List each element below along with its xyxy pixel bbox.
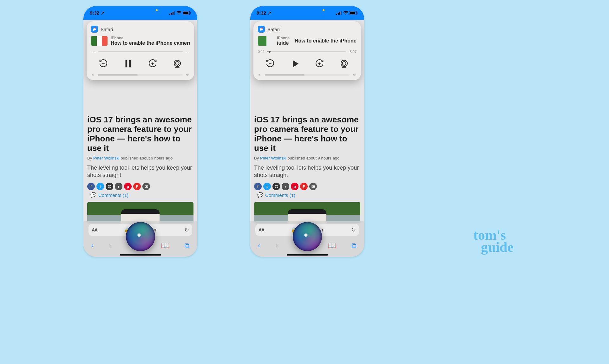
phone-screenshot-left: 9:32 ↗ iOS 17 brings an awesome pro came… bbox=[83, 6, 197, 257]
speed-up-button[interactable] bbox=[147, 58, 158, 69]
share-row: f t ✆ r p F ✉ bbox=[87, 183, 193, 190]
now-playing-artwork bbox=[258, 36, 274, 46]
nav-forward-button[interactable]: › bbox=[276, 242, 278, 250]
home-indicator[interactable] bbox=[120, 254, 161, 256]
volume-slider[interactable] bbox=[258, 73, 357, 77]
svg-rect-0 bbox=[169, 14, 170, 15]
volume-high-icon bbox=[352, 73, 357, 77]
airplay-button[interactable] bbox=[338, 58, 350, 69]
share-whatsapp-icon[interactable]: ✆ bbox=[106, 183, 113, 190]
svg-rect-16 bbox=[339, 12, 340, 15]
article-lede: The leveling tool lets helps you keep yo… bbox=[87, 164, 193, 179]
svg-rect-15 bbox=[338, 13, 339, 15]
status-bar: 9:32 ↗ bbox=[83, 6, 197, 20]
reload-button[interactable]: ↻ bbox=[184, 226, 189, 233]
volume-fill-left bbox=[98, 75, 138, 75]
share-flipboard-icon[interactable]: F bbox=[133, 183, 141, 190]
reader-aa-button[interactable]: AA bbox=[259, 227, 264, 232]
share-email-icon[interactable]: ✉ bbox=[309, 183, 317, 190]
nav-forward-button[interactable]: › bbox=[109, 242, 111, 250]
scrub-current: 0:11 bbox=[258, 50, 265, 54]
scrub-current: -:-- bbox=[91, 50, 95, 54]
svg-rect-9 bbox=[129, 60, 131, 68]
share-twitter-icon[interactable]: t bbox=[263, 183, 271, 190]
share-facebook-icon[interactable]: f bbox=[254, 183, 262, 190]
now-playing-brand: iuide bbox=[277, 40, 290, 46]
share-flipboard-icon[interactable]: F bbox=[300, 183, 308, 190]
svg-point-25 bbox=[343, 62, 346, 65]
speed-up-button[interactable] bbox=[314, 58, 325, 69]
volume-high-icon bbox=[185, 73, 190, 77]
status-bar: 9:32 ↗ bbox=[250, 6, 364, 20]
play-button[interactable] bbox=[289, 58, 301, 69]
scrubber[interactable]: 0:11 -5:07 bbox=[258, 50, 357, 54]
tabs-button[interactable]: ⧉ bbox=[185, 242, 190, 250]
now-playing-app: Safari bbox=[101, 27, 113, 32]
author-link[interactable]: Peter Wolinski bbox=[260, 156, 286, 160]
article-byline: By Peter Wolinski published about 9 hour… bbox=[87, 156, 193, 160]
status-icons bbox=[169, 11, 191, 15]
svg-rect-5 bbox=[183, 12, 188, 14]
scrub-remaining: -5:07 bbox=[349, 50, 357, 54]
status-icons bbox=[336, 11, 358, 15]
share-pinterest-icon[interactable]: p bbox=[291, 183, 298, 190]
svg-rect-6 bbox=[190, 12, 191, 14]
volume-slider[interactable] bbox=[91, 73, 190, 77]
nav-back-button[interactable]: ‹ bbox=[91, 242, 93, 250]
reload-button[interactable]: ↻ bbox=[351, 226, 356, 233]
svg-rect-3 bbox=[174, 11, 175, 15]
cellular-icon bbox=[336, 11, 342, 15]
bookmarks-button[interactable]: 📖 bbox=[161, 242, 169, 250]
article-hero-image bbox=[254, 202, 360, 223]
svg-rect-2 bbox=[173, 12, 174, 15]
nav-back-button[interactable]: ‹ bbox=[258, 242, 260, 250]
siri-orb-icon[interactable] bbox=[126, 222, 155, 251]
svg-rect-17 bbox=[341, 11, 342, 15]
comments-link[interactable]: 💬 Comments (1) bbox=[90, 192, 128, 198]
svg-rect-14 bbox=[336, 14, 337, 15]
share-whatsapp-icon[interactable]: ✆ bbox=[272, 183, 280, 190]
speed-down-button[interactable] bbox=[98, 58, 109, 69]
siri-orb-icon[interactable] bbox=[293, 222, 322, 251]
bookmarks-button[interactable]: 📖 bbox=[328, 242, 336, 250]
battery-icon bbox=[350, 11, 358, 15]
mic-indicator-icon bbox=[323, 9, 324, 11]
svg-point-13 bbox=[176, 62, 179, 65]
battery-icon bbox=[183, 11, 191, 15]
pause-button[interactable] bbox=[122, 58, 134, 69]
volume-low-icon bbox=[91, 73, 95, 77]
svg-rect-19 bbox=[350, 12, 355, 14]
status-time: 9:32 ↗ bbox=[257, 10, 272, 16]
home-indicator[interactable] bbox=[287, 254, 328, 256]
scrub-remaining: -:-- bbox=[185, 50, 190, 54]
reader-aa-button[interactable]: AA bbox=[92, 227, 97, 232]
article-lede: The leveling tool lets helps you keep yo… bbox=[254, 164, 360, 179]
svg-rect-20 bbox=[357, 12, 357, 14]
share-reddit-icon[interactable]: r bbox=[115, 183, 122, 190]
now-playing-site: iPhone bbox=[277, 36, 290, 40]
now-playing-card[interactable]: Safari iPhone iuide How to enable the iP… bbox=[253, 21, 361, 80]
now-playing-artwork bbox=[91, 36, 108, 46]
svg-rect-1 bbox=[171, 13, 172, 15]
share-reddit-icon[interactable]: r bbox=[282, 183, 289, 190]
share-pinterest-icon[interactable]: p bbox=[124, 183, 132, 190]
tabs-button[interactable]: ⧉ bbox=[351, 242, 357, 250]
now-playing-title: How to enable the iPhone camera le bbox=[111, 40, 190, 46]
now-playing-app: Safari bbox=[267, 27, 280, 32]
scrubber[interactable]: -:-- -:-- bbox=[91, 50, 190, 54]
share-facebook-icon[interactable]: f bbox=[87, 183, 95, 190]
author-link[interactable]: Peter Wolinski bbox=[93, 156, 120, 160]
share-row: f t ✆ r p F ✉ bbox=[254, 183, 360, 190]
share-twitter-icon[interactable]: t bbox=[96, 183, 104, 190]
share-email-icon[interactable]: ✉ bbox=[142, 183, 150, 190]
comments-link[interactable]: 💬 Comments (1) bbox=[257, 192, 295, 198]
article-headline: iOS 17 brings an awesome pro camera feat… bbox=[254, 115, 360, 153]
article-byline: By Peter Wolinski published about 9 hour… bbox=[254, 156, 360, 160]
svg-rect-8 bbox=[125, 60, 127, 68]
now-playing-title: How to enable the iPhone c bbox=[295, 38, 357, 44]
article-headline: iOS 17 brings an awesome pro camera feat… bbox=[87, 115, 193, 153]
airplay-button[interactable] bbox=[172, 58, 183, 69]
speed-down-button[interactable] bbox=[265, 58, 276, 69]
status-time: 9:32 ↗ bbox=[90, 10, 105, 16]
now-playing-card[interactable]: Safari iPhone How to enable the iPhone c… bbox=[87, 21, 194, 80]
